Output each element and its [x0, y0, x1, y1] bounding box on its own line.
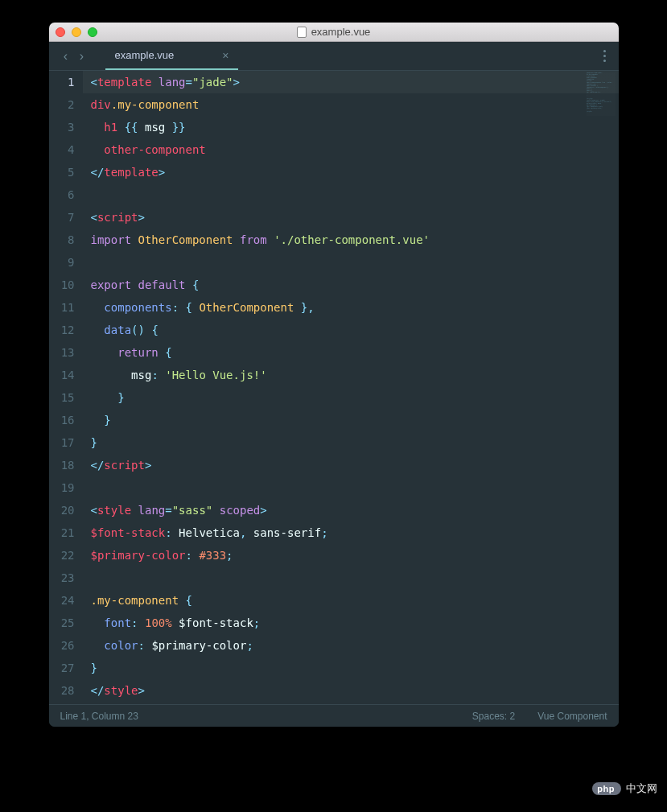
code-line[interactable]: </script> [91, 454, 619, 476]
traffic-lights [56, 27, 97, 37]
code-line[interactable] [91, 476, 619, 499]
code-line[interactable] [91, 567, 619, 589]
line-number: 2 [49, 93, 75, 116]
window-title: example.vue [49, 26, 619, 38]
code-line[interactable]: font: 100% $font-stack; [91, 612, 619, 634]
more-menu-button[interactable] [603, 50, 612, 62]
status-indent[interactable]: Spaces: 2 [472, 711, 515, 722]
code-line[interactable]: $primary-color: #333; [91, 544, 619, 567]
code-line[interactable]: } [91, 657, 619, 679]
line-number: 13 [49, 341, 75, 364]
close-window-button[interactable] [56, 27, 65, 37]
code-line[interactable]: export default { [91, 274, 619, 296]
line-number: 14 [49, 364, 75, 386]
code-content[interactable]: <template lang="jade">div.my-component h… [83, 71, 619, 704]
line-number: 26 [49, 634, 75, 657]
tab-label: example.vue [115, 49, 175, 61]
line-number: 20 [49, 499, 75, 521]
statusbar: Line 1, Column 23 Spaces: 2 Vue Componen… [49, 704, 619, 727]
code-line[interactable]: </style> [91, 679, 619, 702]
status-cursor[interactable]: Line 1, Column 23 [60, 711, 138, 722]
nav-back-button[interactable]: ‹ [59, 49, 73, 64]
code-line[interactable] [91, 251, 619, 274]
titlebar[interactable]: example.vue [49, 23, 619, 42]
code-line[interactable] [91, 183, 619, 206]
code-line[interactable]: return { [91, 341, 619, 364]
window-title-text: example.vue [311, 26, 371, 38]
code-line[interactable]: msg: 'Hello Vue.js!' [91, 364, 619, 386]
watermark-badge: php [592, 782, 621, 795]
line-number: 17 [49, 431, 75, 454]
line-number: 5 [49, 161, 75, 183]
code-line[interactable]: data() { [91, 319, 619, 341]
line-number: 18 [49, 454, 75, 476]
line-number: 3 [49, 116, 75, 138]
watermark: php 中文网 [592, 781, 657, 796]
line-number: 1 [49, 71, 75, 93]
code-line[interactable]: $font-stack: Helvetica, sans-serif; [91, 521, 619, 544]
code-line[interactable]: import OtherComponent from './other-comp… [91, 229, 619, 251]
nav-forward-button[interactable]: › [75, 49, 89, 64]
editor-window: example.vue ‹ › example.vue × 1234567891… [49, 23, 619, 727]
tab-active[interactable]: example.vue × [105, 42, 239, 70]
file-icon [297, 27, 307, 38]
code-line[interactable]: } [91, 431, 619, 454]
zoom-window-button[interactable] [88, 27, 97, 37]
line-number: 23 [49, 567, 75, 589]
line-number: 10 [49, 274, 75, 296]
line-number: 25 [49, 612, 75, 634]
code-line[interactable]: div.my-component [91, 93, 619, 116]
line-number: 12 [49, 319, 75, 341]
line-number: 8 [49, 229, 75, 251]
line-number: 24 [49, 589, 75, 612]
line-number: 6 [49, 183, 75, 206]
line-number: 9 [49, 251, 75, 274]
editor-area[interactable]: 1234567891011121314151617181920212223242… [49, 71, 619, 704]
minimize-window-button[interactable] [72, 27, 81, 37]
line-number: 4 [49, 138, 75, 161]
line-number: 15 [49, 386, 75, 409]
code-line[interactable]: components: { OtherComponent }, [91, 296, 619, 319]
line-number: 27 [49, 657, 75, 679]
line-number: 19 [49, 476, 75, 499]
tab-close-button[interactable]: × [222, 49, 229, 62]
code-line[interactable]: } [91, 386, 619, 409]
code-line[interactable]: .my-component { [91, 589, 619, 612]
code-line[interactable]: <template lang="jade"> [83, 71, 619, 93]
line-number: 7 [49, 206, 75, 229]
code-line[interactable]: <script> [91, 206, 619, 229]
code-line[interactable]: } [91, 409, 619, 431]
tabbar: ‹ › example.vue × [49, 42, 619, 71]
nav-arrows: ‹ › [59, 49, 89, 64]
status-language[interactable]: Vue Component [537, 711, 607, 722]
minimap[interactable]: <template lang="jade">div.my-component h… [587, 72, 616, 116]
code-line[interactable]: color: $primary-color; [91, 634, 619, 657]
code-line[interactable]: h1 {{ msg }} [91, 116, 619, 138]
line-number: 21 [49, 521, 75, 544]
line-number: 16 [49, 409, 75, 431]
watermark-text: 中文网 [626, 781, 657, 796]
line-number: 28 [49, 679, 75, 702]
line-gutter: 1234567891011121314151617181920212223242… [49, 71, 83, 704]
code-line[interactable]: <style lang="sass" scoped> [91, 499, 619, 521]
code-line[interactable]: </template> [91, 161, 619, 183]
line-number: 11 [49, 296, 75, 319]
line-number: 22 [49, 544, 75, 567]
code-line[interactable]: other-component [91, 138, 619, 161]
